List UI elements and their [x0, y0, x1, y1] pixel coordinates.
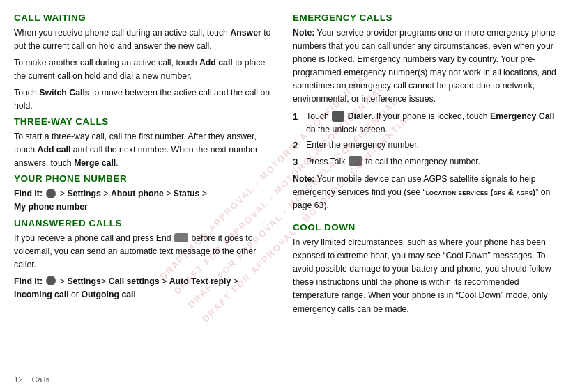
find-it-icon-1	[46, 189, 56, 198]
three-way-para1: To start a three-way call, call the firs…	[14, 130, 272, 170]
three-way-title: THREE-WAY CALLS	[14, 116, 272, 127]
settings-bold-2: Settings	[67, 276, 101, 286]
page-footer: 12 Calls	[14, 375, 49, 384]
section-cool-down: COOL DOWN In very limited circumstances,…	[293, 222, 559, 315]
add-call-bold: Add call	[199, 58, 233, 68]
footer-section: Calls	[32, 375, 50, 384]
section-unanswered: UNANSWERED CALLS If you receive a phone …	[14, 218, 272, 301]
about-phone-bold: About phone	[111, 189, 164, 198]
unanswered-para1: If you receive a phone call and press En…	[14, 232, 272, 272]
add-call-2-bold: Add call	[38, 145, 71, 155]
incoming-call-bold: Incoming call	[14, 290, 69, 299]
emergency-step-1: 1 Touch Dialer. If your phone is locked,…	[293, 110, 559, 136]
status-bold: Status	[174, 189, 200, 198]
call-waiting-para1: When you receive phone call during an ac…	[14, 26, 272, 53]
answer-bold: Answer	[230, 28, 261, 38]
talk-icon	[349, 156, 362, 166]
right-column: EMERGENCY CALLS Note: Your service provi…	[293, 13, 559, 379]
your-phone-number-title: YOUR PHONE NUMBER	[14, 173, 272, 184]
emergency-calls-note2: Note: Your mobile device can use AGPS sa…	[293, 173, 559, 212]
emergency-steps-list: 1 Touch Dialer. If your phone is locked,…	[293, 110, 559, 168]
section-your-phone-number: YOUR PHONE NUMBER Find it: > Settings > …	[14, 173, 272, 214]
section-emergency-calls: EMERGENCY CALLS Note: Your service provi…	[293, 13, 559, 212]
find-it-label-2: Find it:	[14, 276, 43, 286]
emergency-step-2: 2 Enter the emergency number.	[293, 139, 559, 152]
emergency-calls-title: EMERGENCY CALLS	[293, 13, 559, 23]
section-three-way: THREE-WAY CALLS To start a three-way cal…	[14, 116, 272, 170]
unanswered-title: UNANSWERED CALLS	[14, 218, 272, 228]
section-call-waiting: CALL WAITING When you receive phone call…	[14, 13, 272, 113]
end-icon	[174, 233, 188, 242]
page-number: 12	[14, 375, 23, 384]
outgoing-call-bold: Outgoing call	[81, 290, 136, 299]
call-waiting-para2: To make another call during an active ca…	[14, 56, 272, 83]
call-waiting-para3: Touch Switch Calls to move between the a…	[14, 86, 272, 113]
merge-call-bold: Merge call	[74, 158, 116, 168]
call-waiting-title: CALL WAITING	[14, 13, 272, 23]
your-phone-number-findit: Find it: > Settings > About phone > Stat…	[14, 187, 272, 214]
switch-calls-bold: Switch Calls	[39, 88, 89, 97]
my-phone-number-bold: My phone number	[14, 202, 88, 212]
find-it-label-1: Find it:	[14, 189, 43, 198]
page-container: DRAFT FOR APPROVAL - MOTOROLA CONFIDENTI…	[0, 0, 573, 392]
cool-down-title: COOL DOWN	[293, 222, 559, 233]
emergency-calls-note1: Note: Your service provider programs one…	[293, 26, 559, 106]
emergency-call-bold: Emergency Call	[490, 111, 554, 121]
call-settings-bold: Call settings	[109, 276, 160, 286]
find-it-icon-2	[46, 276, 56, 285]
left-column: CALL WAITING When you receive phone call…	[14, 13, 272, 379]
dialer-label: Dialer	[348, 111, 372, 121]
auto-text-bold: Auto Text reply	[169, 276, 231, 286]
cool-down-para1: In very limited circumstances, such as w…	[293, 236, 559, 315]
dialer-icon	[332, 111, 344, 122]
unanswered-findit: Find it: > Settings> Call settings > Aut…	[14, 275, 272, 301]
note-label-2: Note:	[293, 174, 314, 184]
note-label-1: Note:	[293, 28, 314, 38]
emergency-step-3: 3 Press Talk to call the emergency numbe…	[293, 155, 559, 169]
location-services-ref: location services (gps & agps)	[426, 188, 536, 196]
settings-bold-1: Settings	[67, 189, 101, 198]
